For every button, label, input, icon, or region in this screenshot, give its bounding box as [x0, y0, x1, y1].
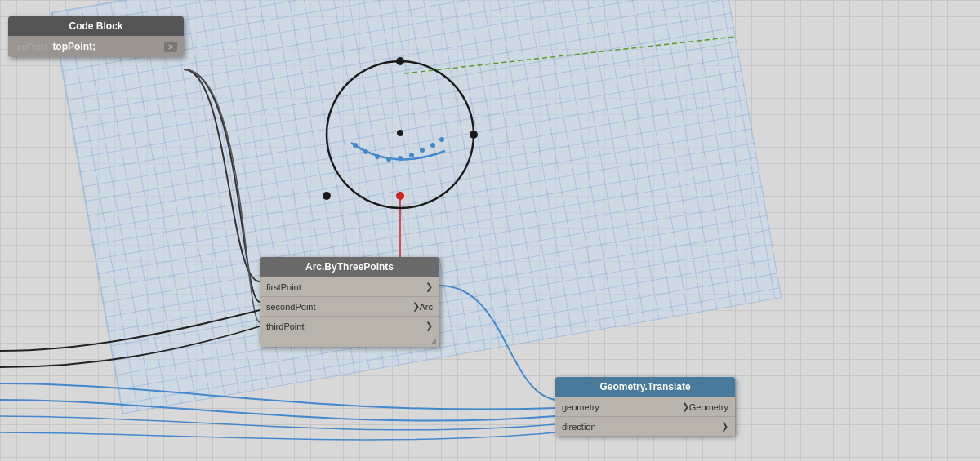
arc-third-point-arrow: ❯	[425, 321, 433, 331]
arc-second-point-row: secondPoint ❯ Arc	[260, 296, 439, 316]
geo-direction-arrow: ❯	[721, 421, 728, 432]
geo-geometry-arrow: ❯	[682, 401, 689, 412]
arc-by-three-points-node: Arc.ByThreePoints firstPoint ❯ secondPoi…	[260, 257, 439, 347]
arc-first-point-arrow: ❯	[425, 281, 433, 292]
geo-node-title: Geometry.Translate	[555, 377, 735, 397]
arc-first-point-row: firstPoint ❯	[260, 277, 439, 296]
code-block-output-port[interactable]: >	[164, 42, 177, 52]
code-block-value: topPoint;	[52, 41, 96, 52]
geometry-translate-node: Geometry.Translate geometry ❯ Geometry d…	[555, 377, 735, 436]
arc-output-label: Arc	[420, 302, 434, 312]
code-block-label: topPoint	[15, 42, 47, 51]
arc-first-point-label: firstPoint	[266, 282, 422, 292]
geo-geometry-row: geometry ❯ Geometry	[555, 397, 735, 416]
code-block-node: Code Block topPoint topPoint; >	[8, 16, 184, 57]
geo-output-label: Geometry	[689, 402, 728, 412]
code-block-title: Code Block	[8, 16, 184, 36]
geo-geometry-label: geometry	[562, 402, 679, 412]
arc-node-title: Arc.ByThreePoints	[260, 257, 439, 277]
arc-third-point-row: thirdPoint ❯	[260, 316, 439, 335]
arc-third-point-label: thirdPoint	[266, 321, 422, 331]
geo-direction-row: direction ❯	[555, 416, 735, 436]
geo-direction-label: direction	[562, 422, 718, 432]
arc-second-point-label: secondPoint	[266, 302, 409, 312]
arc-second-point-arrow: ❯	[412, 301, 420, 312]
arc-node-resize-handle: ◢	[260, 335, 439, 347]
